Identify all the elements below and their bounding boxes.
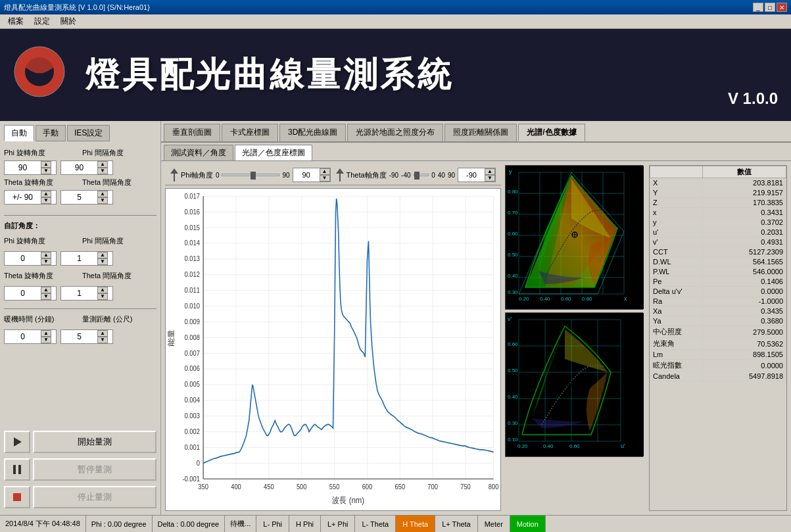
- sub-tab-test-data[interactable]: 測試資料／角度: [164, 145, 233, 160]
- custom-theta-rotation-down[interactable]: ▼: [41, 293, 51, 300]
- custom-theta-rotation-up[interactable]: ▲: [41, 287, 51, 293]
- table-row: u'0.2031: [650, 228, 786, 237]
- data-row-value: 0.0000: [703, 360, 786, 372]
- phi-scale-0: 0: [216, 172, 220, 179]
- tab-vertical-section[interactable]: 垂直剖面圖: [164, 124, 220, 141]
- theta-interval-input[interactable]: [61, 192, 97, 203]
- menu-about[interactable]: 關於: [55, 14, 82, 28]
- phi-angle-down[interactable]: ▼: [320, 175, 330, 181]
- theta-slider-track[interactable]: [414, 174, 429, 176]
- btn-l-theta[interactable]: L- Theta: [355, 516, 396, 532]
- phi-interval-input[interactable]: [61, 162, 97, 173]
- table-row: v'0.4931: [650, 237, 786, 247]
- tab-illuminance-distance[interactable]: 照度距離關係圖: [444, 124, 517, 141]
- measure-dist-down[interactable]: ▼: [97, 337, 108, 343]
- menu-file[interactable]: 檔案: [3, 14, 29, 28]
- tab-3d-curve[interactable]: 3D配光曲線圖: [279, 124, 346, 141]
- titlebar-text: 燈具配光曲線量測系統 [V 1.0.0] {S/N:Hera01}: [4, 3, 150, 12]
- tab-ies[interactable]: IES設定: [67, 125, 110, 141]
- phi-interval-down[interactable]: ▼: [97, 168, 108, 174]
- table-row: D.WL564.1565: [650, 257, 786, 267]
- stop-button[interactable]: 停止量測: [33, 486, 156, 508]
- custom-phi-rotation-down[interactable]: ▼: [41, 258, 51, 265]
- theta-rotation-up[interactable]: ▲: [41, 191, 51, 197]
- btn-meter[interactable]: Meter: [478, 516, 510, 532]
- custom-phi-interval-input[interactable]: [61, 253, 97, 264]
- close-button[interactable]: ✕: [777, 3, 787, 12]
- btn-l-phi[interactable]: L- Phi: [256, 516, 289, 532]
- phi-rotation-up[interactable]: ▲: [41, 161, 51, 168]
- btn-motion[interactable]: Motion: [510, 516, 546, 532]
- tab-auto[interactable]: 自動: [4, 125, 34, 141]
- wait-time-up[interactable]: ▲: [41, 330, 51, 337]
- data-row-label: u': [650, 228, 703, 237]
- table-row: CCT5127.2309: [650, 247, 786, 257]
- btn-l-plus-phi[interactable]: L+ Phi: [321, 516, 356, 532]
- custom-phi-rotation-up[interactable]: ▲: [41, 252, 51, 258]
- measure-dist-group: ▲ ▼: [60, 329, 113, 344]
- custom-theta-interval-up[interactable]: ▲: [97, 287, 108, 293]
- menu-settings[interactable]: 設定: [29, 14, 55, 28]
- measure-dist-spinner: ▲ ▼: [97, 330, 108, 343]
- svg-rect-5: [13, 493, 21, 501]
- theta-angle-up[interactable]: ▲: [485, 168, 495, 175]
- svg-text:450: 450: [264, 483, 274, 491]
- custom-phi-rotation-input[interactable]: [5, 253, 41, 264]
- status-phi: Phi : 0.00 degree: [86, 516, 153, 532]
- sub-tab-spectrum[interactable]: 光譜／色度座標圖: [235, 145, 312, 160]
- data-row-value: 0.1406: [703, 277, 786, 287]
- play-icon-button[interactable]: [4, 431, 30, 453]
- minimize-button[interactable]: _: [753, 3, 763, 12]
- phi-rotation-down[interactable]: ▼: [41, 168, 51, 174]
- svg-text:x: x: [624, 295, 627, 302]
- data-row-label: Lm: [650, 350, 703, 360]
- phi-angle-input[interactable]: [293, 170, 320, 180]
- svg-text:0.009: 0.009: [185, 318, 200, 325]
- titlebar: 燈具配光曲線量測系統 [V 1.0.0] {S/N:Hera01} _ □ ✕: [0, 0, 791, 14]
- theta-angle-input[interactable]: [458, 170, 485, 180]
- theta-rotation-input[interactable]: [5, 192, 41, 203]
- custom-theta-interval-input[interactable]: [61, 288, 97, 299]
- custom-phi-interval-up[interactable]: ▲: [97, 252, 108, 258]
- phi-slider-track[interactable]: [222, 174, 279, 176]
- btn-l-plus-theta[interactable]: L+ Theta: [435, 516, 478, 532]
- tab-illuminance-dist[interactable]: 光源於地面之照度分布: [347, 124, 443, 141]
- custom-theta-rotation-input[interactable]: [5, 288, 41, 299]
- phi-interval-up[interactable]: ▲: [97, 161, 108, 168]
- custom-phi-interval-down[interactable]: ▼: [97, 258, 108, 265]
- pause-button[interactable]: 暫停量測: [33, 458, 156, 481]
- theta-interval-down[interactable]: ▼: [97, 197, 108, 204]
- tab-spectrum-color[interactable]: 光譜/色度數據: [518, 124, 585, 141]
- measure-dist-input[interactable]: [61, 331, 97, 342]
- svg-text:800: 800: [489, 483, 499, 491]
- svg-text:能量: 能量: [167, 330, 176, 347]
- wait-time-input[interactable]: [5, 331, 41, 342]
- theta-scale-n90: -90: [389, 172, 398, 179]
- svg-text:0.70: 0.70: [508, 210, 518, 216]
- btn-h-phi[interactable]: H Phi: [289, 516, 321, 532]
- theta-slider-handle[interactable]: [414, 172, 419, 180]
- logo: [13, 45, 72, 105]
- theta-angle-down[interactable]: ▼: [485, 175, 495, 181]
- svg-text:0.003: 0.003: [185, 412, 201, 420]
- tab-cartesian[interactable]: 卡式座標圖: [222, 124, 278, 141]
- btn-h-theta[interactable]: H Theta: [396, 516, 435, 532]
- phi-angle-up[interactable]: ▲: [320, 168, 330, 175]
- custom-theta-interval-down[interactable]: ▼: [97, 293, 108, 300]
- theta-interval-up[interactable]: ▲: [97, 191, 108, 197]
- pause-icon-button[interactable]: [4, 458, 30, 481]
- data-row-value: 5127.2309: [703, 247, 786, 257]
- status-datetime: 2014/8/4 下午 04:48:48: [0, 516, 86, 532]
- phi-slider-handle[interactable]: [251, 172, 256, 180]
- tab-manual[interactable]: 手動: [36, 125, 66, 141]
- phi-rotation-input[interactable]: [5, 162, 41, 173]
- data-row-value: 0.3702: [703, 218, 786, 228]
- theta-rotation-down[interactable]: ▼: [41, 197, 51, 204]
- measure-dist-up[interactable]: ▲: [97, 330, 108, 337]
- start-button[interactable]: 開始量測: [33, 431, 156, 453]
- wait-time-down[interactable]: ▼: [41, 337, 51, 343]
- svg-text:0.40: 0.40: [508, 394, 518, 400]
- stop-icon-button[interactable]: [4, 486, 30, 508]
- maximize-button[interactable]: □: [765, 3, 775, 12]
- phi-interval-input-group: ▲ ▼: [60, 160, 113, 175]
